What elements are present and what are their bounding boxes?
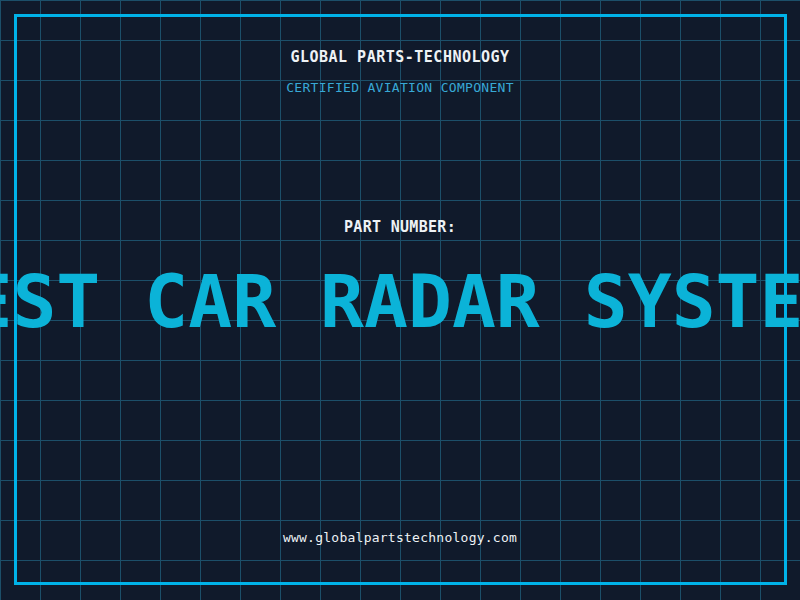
blueprint-certificate-page: { "header": { "title": "GLOBAL PARTS-TEC… xyxy=(0,0,800,600)
part-number-label: PART NUMBER: xyxy=(0,219,800,235)
website-url: www.globalpartstechnology.com xyxy=(0,530,800,546)
company-title: GLOBAL PARTS-TECHNOLOGY xyxy=(0,49,800,65)
part-number-value: TEST CAR RADAR SYSTEM xyxy=(0,259,800,344)
certification-subtitle: CERTIFIED AVIATION COMPONENT xyxy=(0,80,800,96)
part-number-display: TEST CAR RADAR SYSTEM xyxy=(0,254,800,348)
